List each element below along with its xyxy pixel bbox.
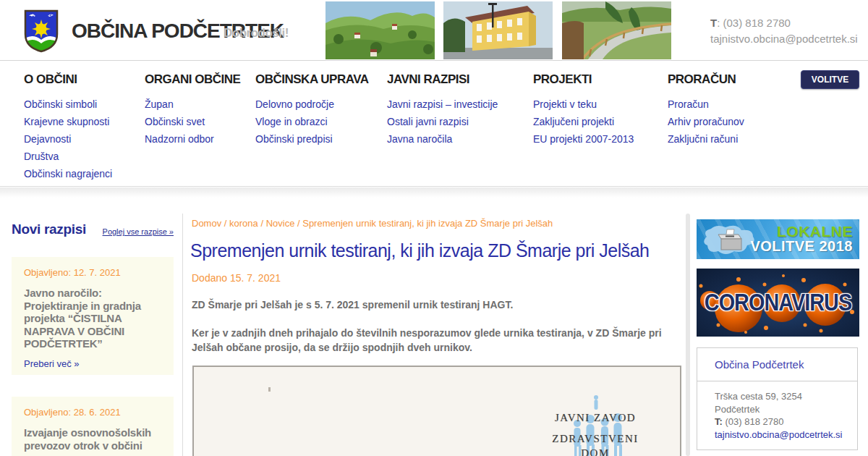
nav-link-obcinski-nagrajenci[interactable]: Občinski nagrajenci xyxy=(24,165,112,182)
nav-link-obcinski-svet[interactable]: Občinski svet xyxy=(145,113,240,130)
nav-link-eu-projekti[interactable]: EU projekti 2007-2013 xyxy=(533,130,634,148)
view-all-razpisi-link[interactable]: Poglej vse razpise » xyxy=(87,227,174,236)
nav-link-javni-razpisi-investicije[interactable]: Javni razpisi – investicije xyxy=(387,96,498,113)
razpis-published-date: Objavljeno: 12. 7. 2021 xyxy=(24,267,162,278)
contact-card-body: Trška cesta 59, 3254 Podčetrtek T: (03) … xyxy=(697,381,857,441)
volitve-2018-button[interactable]: VOLITVE 2018 xyxy=(801,70,859,89)
contact-phone-number: (03) 818 2780 xyxy=(723,416,784,427)
nav-title-projekti[interactable]: PROJEKTI xyxy=(533,72,634,87)
nav-column-organi-obcine: ORGANI OBČINE Župan Občinski svet Nadzor… xyxy=(145,72,240,148)
nav-title-o-obcini[interactable]: O OBČINI xyxy=(24,72,112,87)
nav-link-vloge-in-obrazci[interactable]: Vloge in obrazci xyxy=(255,113,369,130)
banner-coronavirus-text: CORONAVIRUS xyxy=(700,269,856,337)
nav-title-javni-razpisi[interactable]: JAVNI RAZPISI xyxy=(387,72,498,87)
lokalne-volitve-banner[interactable]: LOKALNE VOLITVE 2018 xyxy=(697,219,859,259)
header-photo-road xyxy=(562,1,671,59)
header-phone: T: (03) 818 2780 xyxy=(710,15,858,31)
municipality-coat-of-arms-logo[interactable] xyxy=(24,9,59,54)
sidebar-divider xyxy=(182,214,183,456)
document-text-line: JAVNI ZAVOD xyxy=(523,412,668,424)
contact-address: Trška cesta 59, 3254 Podčetrtek xyxy=(715,390,843,415)
document-text-line: DOM xyxy=(523,447,668,456)
document-artifact xyxy=(268,387,271,392)
razpis-title[interactable]: Javno naročilo: Projektiranje in gradnja… xyxy=(24,287,162,350)
read-more-link[interactable]: Preberi več » xyxy=(24,358,162,369)
page: OBČINA PODČETRTEK Dobrodošli! xyxy=(0,0,868,456)
article-paragraph: Ker je v zadnjih dneh prihajalo do števi… xyxy=(192,326,669,355)
slovenia-map-ballot-icon xyxy=(701,222,757,257)
nav-link-dejavnosti[interactable]: Dejavnosti xyxy=(24,130,112,148)
breadcrumb-link-novice[interactable]: Novice xyxy=(266,218,295,229)
sidebar-title: Novi razpisi xyxy=(12,221,86,237)
nav-title-obcinska-uprava[interactable]: OBČINSKA UPRAVA xyxy=(255,72,369,87)
breadcrumb-separator: / xyxy=(221,218,229,229)
nav-link-obcinski-predpisi[interactable]: Občinski predpisi xyxy=(255,130,369,148)
zdravstveni-dom-people-logo-icon xyxy=(540,393,651,456)
nav-link-zakljuceni-projekti[interactable]: Zaključeni projekti xyxy=(533,113,634,130)
breadcrumb-current: Spremenjen urnik testiranj, ki jih izvaj… xyxy=(302,218,553,229)
contact-info-card: Občina Podčetrtek Trška cesta 59, 3254 P… xyxy=(697,347,858,450)
nav-column-proracun: PRORAČUN Proračun Arhiv proračunov Zaklj… xyxy=(668,72,744,148)
breadcrumb-link-korona[interactable]: korona xyxy=(229,218,258,229)
nav-link-zakljucni-racuni[interactable]: Zaključni računi xyxy=(668,130,744,148)
razpis-card: Objavljeno: 28. 6. 2021 Izvajanje osnovn… xyxy=(12,397,174,456)
nav-link-arhiv-proracunov[interactable]: Arhiv proračunov xyxy=(668,113,744,130)
article-title: Spremenjen urnik testiranj, ki jih izvaj… xyxy=(190,240,689,261)
nav-link-drustva[interactable]: Društva xyxy=(24,148,112,165)
nav-link-projekti-v-teku[interactable]: Projekti v teku xyxy=(533,96,634,113)
contact-phone: T: (03) 818 2780 xyxy=(715,415,843,428)
nav-bottom-shadow xyxy=(0,187,868,198)
banner-volitve-text: LOKALNE VOLITVE 2018 xyxy=(750,224,853,254)
razpis-published-date: Objavljeno: 28. 6. 2021 xyxy=(24,407,162,418)
article-paragraph: ZD Šmarje pri Jelšah je s 5. 7. 2021 spr… xyxy=(192,299,513,311)
nav-link-javna-narocila[interactable]: Javna naročila xyxy=(387,130,498,148)
phone-number: : (03) 818 2780 xyxy=(717,17,791,29)
nav-title-proracun[interactable]: PRORAČUN xyxy=(668,72,744,87)
contact-phone-label: T: xyxy=(715,416,723,427)
nav-link-ostali-javni-razpisi[interactable]: Ostali javni razpisi xyxy=(387,113,498,130)
article-date: Dodano 15. 7. 2021 xyxy=(192,272,281,284)
contact-email-link[interactable]: tajnistvo.obcina@podcetrtek.si xyxy=(715,428,843,442)
header-photo-hillside xyxy=(326,1,435,59)
nav-link-obcinski-simboli[interactable]: Občinski simboli xyxy=(24,96,112,113)
header-photo-building xyxy=(443,1,553,59)
phone-label: T xyxy=(710,17,717,29)
nav-column-o-obcini: O OBČINI Občinski simboli Krajevne skupn… xyxy=(24,72,112,182)
coronavirus-banner[interactable]: CORONAVIRUS xyxy=(697,269,859,337)
header: OBČINA PODČETRTEK Dobrodošli! xyxy=(0,0,868,61)
nav-link-krajevne-skupnosti[interactable]: Krajevne skupnosti xyxy=(24,113,112,130)
banner-volitve-line1: LOKALNE xyxy=(750,224,853,239)
contact-card-title[interactable]: Občina Podčetrtek xyxy=(697,348,857,381)
nav-link-proracun[interactable]: Proračun xyxy=(668,96,744,113)
nav-link-zupan[interactable]: Župan xyxy=(145,96,240,113)
breadcrumb-link-domov[interactable]: Domov xyxy=(192,218,221,229)
nav-title-organi-obcine[interactable]: ORGANI OBČINE xyxy=(145,72,240,87)
header-email-link[interactable]: tajnistvo.obcina@podcetrtek.si xyxy=(710,31,858,47)
document-text-line: ZDRAVSTVENI xyxy=(523,433,668,445)
scanned-document-image: JAVNI ZAVOD ZDRAVSTVENI DOM xyxy=(192,366,681,456)
nav-link-delovno-podrocje[interactable]: Delovno področje xyxy=(255,96,369,113)
breadcrumb-separator: / xyxy=(294,218,302,229)
main-navigation: O OBČINI Občinski simboli Krajevne skupn… xyxy=(0,61,868,187)
nav-link-nadzorni-odbor[interactable]: Nadzorni odbor xyxy=(145,130,240,148)
breadcrumb-separator: / xyxy=(258,218,266,229)
banner-volitve-line2: VOLITVE 2018 xyxy=(750,239,853,254)
welcome-text: Dobrodošli! xyxy=(224,26,289,41)
header-contact: T: (03) 818 2780 tajnistvo.obcina@podcet… xyxy=(710,15,858,47)
razpis-card: Objavljeno: 12. 7. 2021 Javno naročilo: … xyxy=(12,257,174,375)
nav-column-obcinska-uprava: OBČINSKA UPRAVA Delovno področje Vloge i… xyxy=(255,72,369,148)
nav-column-javni-razpisi: JAVNI RAZPISI Javni razpisi – investicij… xyxy=(387,72,498,148)
razpis-title[interactable]: Izvajanje osnovnošolskih prevozov otrok … xyxy=(24,426,162,452)
breadcrumb: Domov / korona / Novice / Spremenjen urn… xyxy=(192,218,553,229)
nav-column-projekti: PROJEKTI Projekti v teku Zaključeni proj… xyxy=(533,72,634,148)
